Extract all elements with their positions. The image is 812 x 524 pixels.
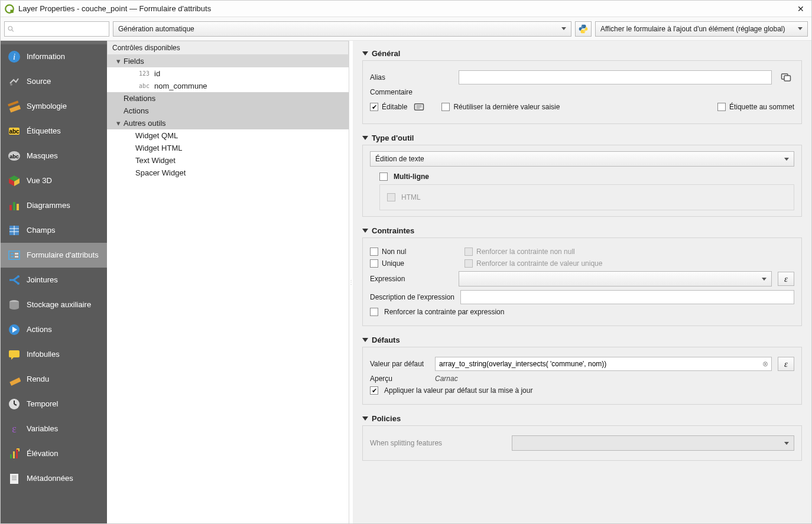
widget-type-select[interactable]: Édition de texte (370, 151, 794, 167)
reuse-last-checkbox[interactable] (441, 103, 450, 111)
sidebar-item-symbology[interactable]: Symbologie (1, 94, 107, 119)
sidebar-item-label: Information (27, 52, 65, 61)
sidebar-item-fields[interactable]: Champs (1, 218, 107, 243)
constraint-expression-select[interactable] (459, 271, 772, 287)
sidebar-item-render[interactable]: Rendu (1, 367, 107, 392)
sidebar-item-masks[interactable]: abcMasques (1, 144, 107, 168)
tree-actions[interactable]: Actions (107, 105, 349, 117)
chevron-down-icon (762, 278, 766, 281)
sidebar-item-tips[interactable]: Infobulles (1, 342, 107, 367)
tree-text-widget[interactable]: Text Widget (107, 154, 349, 167)
default-preview: Carnac (435, 375, 458, 383)
sidebar-item-label: Symbologie (27, 102, 67, 111)
tree-field-nom-commune[interactable]: abc nom_commune (107, 80, 349, 92)
notnull-checkbox[interactable] (370, 248, 378, 256)
masks-icon: abc (8, 149, 21, 162)
svg-rect-15 (9, 205, 12, 210)
tree-field-id[interactable]: 123 id (107, 67, 349, 80)
tree-fields[interactable]: ▾ Fields (107, 55, 349, 67)
collapse-icon (362, 338, 368, 342)
search-input[interactable] (15, 25, 106, 33)
default-value-input[interactable] (435, 357, 772, 371)
sidebar-item-label: Rendu (27, 375, 49, 384)
form-mode-select[interactable]: Génération automatique (113, 21, 571, 37)
data-defined-button[interactable] (411, 100, 427, 114)
sidebar-item-source[interactable]: Source (1, 69, 107, 94)
editable-checkbox[interactable] (370, 103, 378, 111)
alias-input[interactable] (459, 70, 772, 84)
fields-icon (8, 224, 21, 237)
tree-widget-html[interactable]: Widget HTML (107, 142, 349, 154)
sidebar-item-temporal[interactable]: Temporel (1, 392, 107, 416)
collapse-icon (362, 416, 368, 421)
html-checkbox (387, 193, 395, 201)
section-defaults-header[interactable]: Défauts (362, 333, 802, 347)
sidebar-item-label: Temporel (27, 399, 58, 409)
constraint-desc-input[interactable] (460, 290, 794, 304)
sidebar-item-form[interactable]: Formulaire d'attributs (1, 243, 107, 268)
sidebar-item-vars[interactable]: εVariables (1, 416, 107, 441)
default-expression-builder-button[interactable]: ε (778, 357, 794, 371)
sidebar-item-3d[interactable]: Vue 3D (1, 168, 107, 193)
unique-checkbox[interactable] (370, 259, 378, 268)
joins-icon (8, 274, 21, 287)
form-mode-label: Génération automatique (118, 25, 194, 33)
render-icon (8, 373, 21, 386)
chevron-down-icon (784, 442, 789, 445)
label-on-top-checkbox[interactable] (717, 103, 726, 111)
svg-rect-25 (15, 253, 18, 255)
multiline-checkbox[interactable] (379, 173, 388, 181)
section-policies-header[interactable]: Policies (362, 412, 802, 425)
sidebar-item-label: Source (27, 77, 51, 86)
tree-relations[interactable]: Relations (107, 92, 349, 105)
close-button[interactable]: ✕ (794, 2, 808, 16)
int-type-icon: 123 (135, 70, 150, 77)
sidebar-item-info[interactable]: iInformation (1, 44, 107, 69)
comment-label: Commentaire (370, 88, 453, 96)
tree-spacer-widget[interactable]: Spacer Widget (107, 167, 349, 179)
sidebar-item-labels[interactable]: abcÉtiquettes (1, 119, 107, 144)
elev-icon (8, 447, 21, 460)
field-override-button[interactable] (778, 70, 794, 84)
svg-rect-39 (10, 474, 18, 484)
show-form-select[interactable]: Afficher le formulaire à l'ajout d'un él… (595, 21, 808, 37)
section-widget-header[interactable]: Type d'outil (362, 131, 802, 145)
python-button[interactable] (575, 21, 592, 37)
section-general-header[interactable]: Général (362, 47, 802, 60)
svg-point-2 (8, 26, 12, 30)
collapse-icon: ▾ (115, 119, 121, 128)
diagrams-icon (8, 199, 21, 212)
chevron-down-icon (561, 27, 566, 30)
svg-rect-37 (13, 451, 15, 458)
sidebar-item-label: Champs (27, 226, 55, 235)
search-icon (7, 25, 15, 33)
symbology-icon (8, 100, 21, 113)
sidebar-item-diagrams[interactable]: Diagrammes (1, 193, 107, 218)
section-constraints-header[interactable]: Contraintes (362, 224, 802, 237)
expression-builder-button[interactable]: ε (778, 272, 794, 286)
svg-rect-1 (11, 9, 14, 12)
sidebar-item-elev[interactable]: Élévation (1, 441, 107, 466)
clear-default-button[interactable]: ⊗ (762, 360, 768, 368)
sidebar-item-actions[interactable]: Actions (1, 317, 107, 342)
alias-label: Alias (370, 73, 453, 82)
svg-point-27 (17, 275, 20, 278)
sidebar-item-meta[interactable]: Métadonnées (1, 466, 107, 491)
svg-rect-9 (9, 105, 21, 113)
sidebar-item-joins[interactable]: Jointures (1, 268, 107, 292)
tree-widget-qml[interactable]: Widget QML (107, 129, 349, 142)
sidebar-item-label: Variables (27, 424, 58, 434)
collapse-icon: ▾ (115, 57, 121, 66)
apply-default-on-update-checkbox[interactable] (370, 386, 378, 395)
svg-line-3 (12, 30, 14, 31)
svg-rect-36 (10, 454, 12, 458)
svg-text:ε: ε (12, 423, 17, 435)
enforce-expr-checkbox[interactable] (370, 308, 378, 316)
tree-other-tools[interactable]: ▾ Autres outils (107, 117, 349, 129)
svg-rect-24 (11, 256, 14, 258)
sidebar-item-label: Formulaire d'attributs (27, 250, 99, 260)
sidebar-item-label: Stockage auxiliaire (27, 300, 91, 310)
sidebar-item-label: Étiquettes (27, 126, 61, 136)
sidebar-item-aux[interactable]: Stockage auxiliaire (1, 292, 107, 317)
search-input-wrap[interactable] (4, 21, 109, 37)
